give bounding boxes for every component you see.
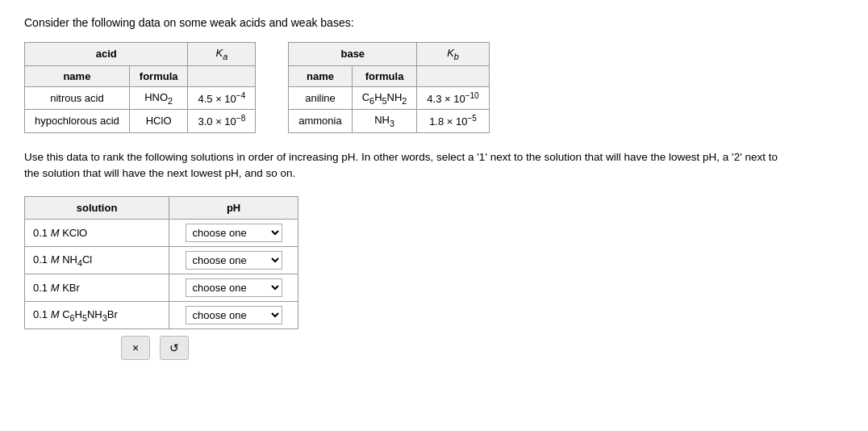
solution-2: 0.1 M NH4Cl bbox=[25, 247, 169, 274]
acid-formula-col: formula bbox=[129, 65, 188, 86]
acid-name-1: nitrous acid bbox=[25, 86, 130, 110]
ka-header: Ka bbox=[188, 43, 256, 66]
ph-col-header: pH bbox=[169, 197, 298, 220]
kb-header: Kb bbox=[417, 43, 489, 66]
table-row: 0.1 M C6H5NH3Br choose one 1 2 3 4 bbox=[25, 302, 298, 329]
ph-select-1[interactable]: choose one 1 2 3 4 bbox=[186, 224, 282, 242]
acid-ka-1: 4.5 × 10−4 bbox=[188, 86, 256, 110]
acid-header: acid bbox=[25, 43, 188, 66]
ranking-table: solution pH 0.1 M KClO choose one 1 2 3 … bbox=[24, 196, 298, 329]
submit-button[interactable]: ↺ bbox=[160, 336, 189, 360]
base-name-2: ammonia bbox=[289, 110, 352, 133]
ph-select-cell-1[interactable]: choose one 1 2 3 4 bbox=[169, 220, 298, 247]
base-formula-col: formula bbox=[352, 65, 417, 86]
table-row: aniline C6H5NH2 4.3 × 10−10 bbox=[289, 86, 489, 110]
ph-select-4[interactable]: choose one 1 2 3 4 bbox=[186, 306, 282, 324]
table-row: 0.1 M NH4Cl choose one 1 2 3 4 bbox=[25, 247, 298, 274]
intro-text: Consider the following data on some weak… bbox=[24, 16, 844, 29]
acid-ka-col bbox=[188, 65, 256, 86]
ph-select-cell-2[interactable]: choose one 1 2 3 4 bbox=[169, 247, 298, 274]
acid-formula-1: HNO2 bbox=[129, 86, 188, 110]
acid-formula-2: HClO bbox=[129, 110, 188, 132]
ph-select-cell-3[interactable]: choose one 1 2 3 4 bbox=[169, 274, 298, 302]
base-kb-col bbox=[417, 65, 489, 86]
table-row: hypochlorous acid HClO 3.0 × 10−8 bbox=[25, 110, 256, 132]
table-row: ammonia NH3 1.8 × 10−5 bbox=[289, 110, 489, 133]
instructions-text: Use this data to rank the following solu… bbox=[24, 149, 791, 182]
solution-3: 0.1 M KBr bbox=[25, 274, 169, 302]
table-row: 0.1 M KBr choose one 1 2 3 4 bbox=[25, 274, 298, 302]
base-kb-2: 1.8 × 10−5 bbox=[417, 110, 489, 133]
acid-name-col: name bbox=[25, 65, 130, 86]
ph-select-3[interactable]: choose one 1 2 3 4 bbox=[186, 278, 282, 297]
base-name-col: name bbox=[289, 65, 352, 86]
base-header: base bbox=[289, 43, 417, 66]
ph-select-2[interactable]: choose one 1 2 3 4 bbox=[186, 251, 282, 270]
clear-button[interactable]: × bbox=[121, 336, 150, 360]
base-name-1: aniline bbox=[289, 86, 352, 110]
base-kb-1: 4.3 × 10−10 bbox=[417, 86, 489, 110]
base-formula-2: NH3 bbox=[352, 110, 417, 133]
solution-col-header: solution bbox=[25, 197, 169, 220]
table-row: 0.1 M KClO choose one 1 2 3 4 bbox=[25, 220, 298, 247]
solution-4: 0.1 M C6H5NH3Br bbox=[25, 302, 169, 329]
table-row: nitrous acid HNO2 4.5 × 10−4 bbox=[25, 86, 256, 110]
acid-ka-2: 3.0 × 10−8 bbox=[188, 110, 256, 132]
solution-1: 0.1 M KClO bbox=[25, 220, 169, 247]
ph-select-cell-4[interactable]: choose one 1 2 3 4 bbox=[169, 302, 298, 329]
base-formula-1: C6H5NH2 bbox=[352, 86, 417, 110]
acid-name-2: hypochlorous acid bbox=[25, 110, 130, 132]
